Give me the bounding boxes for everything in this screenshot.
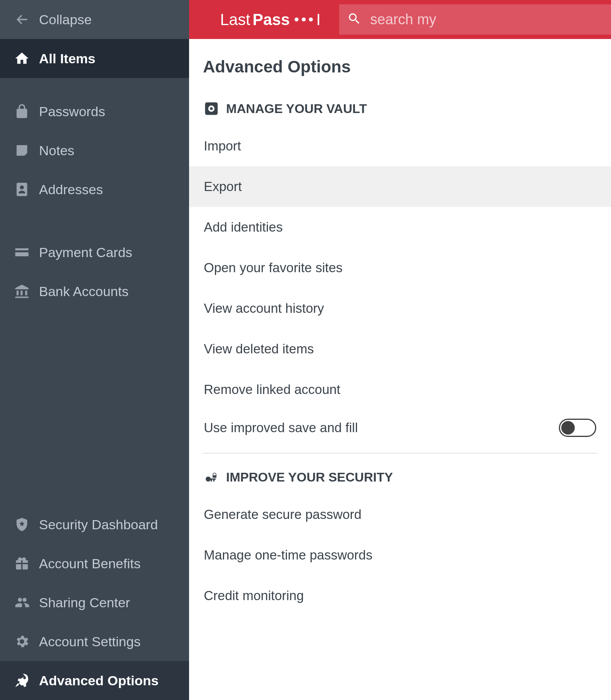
sidebar-item-label: Payment Cards <box>39 245 132 260</box>
sidebar-item-label: Bank Accounts <box>39 284 129 299</box>
option-label: Add identities <box>204 220 283 235</box>
section-title: MANAGE YOUR VAULT <box>226 101 367 116</box>
option-one-time-passwords[interactable]: Manage one-time passwords <box>189 535 611 575</box>
option-label: Manage one-time passwords <box>204 548 373 563</box>
main: LastPass Advanced Options MANAGE YOUR VA… <box>189 0 611 700</box>
svg-point-2 <box>210 107 213 110</box>
content: Advanced Options MANAGE YOUR VAULT Impor… <box>189 39 611 700</box>
search-icon <box>347 12 361 27</box>
option-label: View deleted items <box>204 341 314 357</box>
sidebar-item-label: Account Benefits <box>39 556 141 571</box>
sidebar: Collapse All Items Passwords Notes <box>0 0 189 700</box>
sidebar-item-all-items[interactable]: All Items <box>0 39 189 78</box>
topbar: LastPass <box>189 0 611 39</box>
shield-star-icon <box>12 517 32 532</box>
sidebar-item-account-benefits[interactable]: Account Benefits <box>0 544 189 583</box>
section-improve-security: IMPROVE YOUR SECURITY <box>203 470 597 485</box>
address-book-icon <box>12 181 32 197</box>
sidebar-collapse[interactable]: Collapse <box>0 0 189 39</box>
section-divider <box>203 453 597 454</box>
option-label: Generate secure password <box>204 507 361 522</box>
option-label: Import <box>204 138 241 154</box>
section-title: IMPROVE YOUR SECURITY <box>226 470 393 485</box>
lastpass-logo: LastPass <box>220 11 319 29</box>
sidebar-item-label: Account Settings <box>39 634 141 649</box>
logo-text-last: Last <box>220 11 250 29</box>
home-icon <box>12 51 32 66</box>
option-label: Use improved save and fill <box>204 420 358 435</box>
gift-icon <box>12 556 32 571</box>
search-input[interactable] <box>370 11 603 28</box>
toggle-knob <box>561 421 575 435</box>
option-remove-linked-account[interactable]: Remove linked account <box>189 369 611 410</box>
option-label: Remove linked account <box>204 382 340 397</box>
sidebar-item-label: Passwords <box>39 104 105 119</box>
option-label: Open your favorite sites <box>204 260 343 275</box>
option-improved-save-fill[interactable]: Use improved save and fill <box>189 410 611 446</box>
sidebar-item-advanced-options[interactable]: Advanced Options <box>0 661 189 700</box>
lock-icon <box>12 103 32 119</box>
option-label: Export <box>204 179 242 194</box>
sidebar-item-addresses[interactable]: Addresses <box>0 170 189 209</box>
bank-icon <box>12 283 32 299</box>
sidebar-item-label: Sharing Center <box>39 595 130 610</box>
option-label: Credit monitoring <box>204 588 304 603</box>
sidebar-collapse-label: Collapse <box>39 12 92 27</box>
option-deleted-items[interactable]: View deleted items <box>189 329 611 369</box>
sidebar-item-notes[interactable]: Notes <box>0 131 189 170</box>
option-export[interactable]: Export <box>189 166 611 207</box>
sidebar-item-passwords[interactable]: Passwords <box>0 92 189 131</box>
rocket-icon <box>12 673 32 688</box>
logo-text-pass: Pass <box>253 11 290 29</box>
svg-point-3 <box>206 476 211 482</box>
sidebar-item-label: Notes <box>39 143 74 158</box>
sidebar-item-label: Security Dashboard <box>39 517 158 532</box>
option-label: View account history <box>204 301 324 316</box>
logo-dots-icon <box>295 14 319 25</box>
option-generate-password[interactable]: Generate secure password <box>189 494 611 535</box>
sidebar-item-label: Advanced Options <box>39 673 158 688</box>
search-box[interactable] <box>339 4 611 35</box>
credit-card-icon <box>12 244 32 260</box>
people-icon <box>12 595 32 610</box>
gear-icon <box>12 634 32 649</box>
sidebar-item-bank-accounts[interactable]: Bank Accounts <box>0 272 189 311</box>
sidebar-item-security-dashboard[interactable]: Security Dashboard <box>0 505 189 544</box>
option-add-identities[interactable]: Add identities <box>189 207 611 248</box>
option-credit-monitoring[interactable]: Credit monitoring <box>189 575 611 616</box>
vault-icon <box>204 101 219 116</box>
page-title: Advanced Options <box>203 57 597 76</box>
option-account-history[interactable]: View account history <box>189 288 611 329</box>
key-lock-icon <box>204 470 219 485</box>
arrow-left-icon <box>12 12 32 27</box>
sidebar-item-payment-cards[interactable]: Payment Cards <box>0 233 189 272</box>
sidebar-item-account-settings[interactable]: Account Settings <box>0 622 189 661</box>
sidebar-item-sharing-center[interactable]: Sharing Center <box>0 583 189 622</box>
note-icon <box>12 142 32 158</box>
section-manage-vault: MANAGE YOUR VAULT <box>203 101 597 116</box>
toggle-improved-save-fill[interactable] <box>559 419 596 437</box>
sidebar-item-label: Addresses <box>39 182 103 197</box>
option-open-favorites[interactable]: Open your favorite sites <box>189 248 611 288</box>
sidebar-item-label: All Items <box>39 51 96 66</box>
option-import[interactable]: Import <box>189 126 611 166</box>
